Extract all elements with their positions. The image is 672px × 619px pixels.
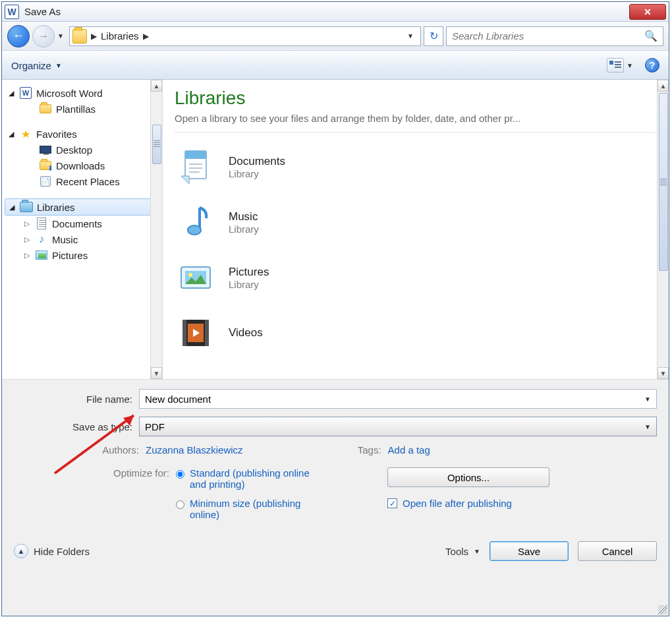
scroll-grip-icon — [154, 140, 160, 147]
folder-icon — [40, 104, 51, 113]
tree-item-music[interactable]: ▷ ♪ Music — [5, 231, 159, 247]
organize-label: Organize — [11, 60, 51, 71]
scroll-up-icon[interactable]: ▲ — [658, 80, 669, 92]
svg-rect-11 — [205, 320, 209, 346]
search-box[interactable]: 🔍 — [446, 26, 663, 46]
pictures-icon — [175, 256, 217, 299]
breadcrumb-location[interactable]: Libraries — [101, 30, 139, 42]
search-input[interactable] — [452, 30, 644, 42]
item-name: Videos — [229, 326, 263, 339]
main-heading: Libraries — [175, 88, 657, 109]
form-area: File name: New document ▼ Save as type: … — [2, 379, 669, 533]
titlebar: W Save As ✕ — [2, 2, 669, 22]
tree-label: Recent Places — [56, 176, 120, 187]
collapse-icon[interactable]: ◢ — [7, 89, 15, 98]
svg-point-8 — [188, 273, 192, 277]
chevron-up-icon: ▲ — [14, 544, 28, 558]
tree-item-downloads[interactable]: ⬇ Downloads — [5, 158, 159, 173]
options-button[interactable]: Options... — [387, 467, 549, 487]
main-scrollbar[interactable]: ▲ ▼ — [657, 80, 669, 379]
tags-value[interactable]: Add a tag — [388, 444, 430, 456]
collapse-icon[interactable]: ◢ — [7, 130, 15, 138]
view-mode-button[interactable]: ▼ — [607, 58, 633, 73]
save-button[interactable]: Save — [490, 541, 569, 561]
item-name: Documents — [229, 155, 285, 168]
resize-grip-icon[interactable] — [658, 605, 667, 614]
tree-item-desktop[interactable]: Desktop — [5, 142, 159, 158]
filename-value: New document — [145, 394, 211, 405]
tree-item-plantillas[interactable]: Plantillas — [5, 101, 159, 117]
save-type-dropdown[interactable]: PDF ▼ — [139, 417, 657, 436]
radio-label: Standard (publishing online and printing… — [190, 467, 322, 490]
nav-row: ← → ▼ ▶ Libraries ▶ ▼ ↻ 🔍 — [2, 22, 669, 51]
dropdown-icon[interactable]: ▼ — [644, 423, 651, 430]
sidebar-scrollbar[interactable]: ▲ ▼ — [150, 80, 162, 379]
library-item-music[interactable]: Music Library — [175, 194, 657, 250]
document-icon — [37, 218, 46, 229]
item-name: Music — [229, 210, 259, 223]
save-as-dialog: W Save As ✕ ← → ▼ ▶ Libraries ▶ ▼ ↻ 🔍 Or… — [1, 1, 669, 616]
scroll-down-icon[interactable]: ▼ — [658, 367, 669, 379]
search-icon[interactable]: 🔍 — [644, 30, 658, 42]
nav-tree: ◢ W Microsoft Word Plantillas ◢ ★ Favor — [2, 80, 163, 379]
main-subtitle: Open a library to see your files and arr… — [175, 113, 657, 124]
breadcrumb-dropdown-icon[interactable]: ▼ — [403, 32, 418, 40]
radio-minimum[interactable]: Minimum size (publishing online) — [176, 498, 322, 520]
folder-icon — [72, 29, 87, 44]
help-button[interactable]: ? — [645, 58, 659, 73]
tree-label: Downloads — [56, 160, 105, 171]
libraries-icon — [20, 202, 33, 212]
breadcrumb-separator-icon[interactable]: ▶ — [143, 32, 149, 41]
forward-button[interactable]: → — [32, 25, 55, 47]
tree-label: Documents — [52, 218, 102, 229]
svg-rect-10 — [182, 320, 186, 346]
tree-item-documents[interactable]: ▷ Documents — [5, 216, 159, 231]
checkbox-icon[interactable]: ✓ — [387, 498, 397, 508]
tree-item-pictures[interactable]: ▷ Pictures — [5, 247, 159, 263]
organize-menu[interactable]: Organize ▼ — [11, 60, 62, 71]
authors-value[interactable]: Zuzanna Blaszkiewicz — [146, 444, 243, 456]
type-label: Save as type: — [14, 421, 139, 432]
refresh-button[interactable]: ↻ — [424, 26, 443, 46]
tree-item-favorites[interactable]: ◢ ★ Favorites — [5, 126, 159, 142]
radio-label: Minimum size (publishing online) — [190, 498, 322, 520]
nav-history-dropdown[interactable]: ▼ — [57, 32, 67, 40]
authors-label: Authors: — [14, 444, 146, 456]
expand-icon[interactable]: ▷ — [23, 235, 31, 244]
svg-rect-1 — [185, 151, 206, 159]
toolbar: Organize ▼ ▼ ? — [2, 51, 669, 80]
star-icon: ★ — [19, 128, 32, 140]
tools-label: Tools — [445, 546, 468, 557]
cancel-button[interactable]: Cancel — [578, 541, 657, 561]
radio-standard[interactable]: Standard (publishing online and printing… — [176, 467, 322, 490]
expand-icon[interactable]: ▷ — [23, 251, 31, 260]
tree-label: Microsoft Word — [36, 88, 103, 99]
collapse-icon[interactable]: ◢ — [8, 203, 16, 212]
back-button[interactable]: ← — [7, 25, 30, 47]
picture-icon — [36, 251, 47, 260]
breadcrumb-bar[interactable]: ▶ Libraries ▶ ▼ — [69, 26, 421, 46]
radio-standard-input[interactable] — [176, 470, 184, 479]
music-icon: ♪ — [35, 233, 48, 245]
scroll-up-icon[interactable]: ▲ — [151, 80, 162, 92]
hide-folders-button[interactable]: ▲ Hide Folders — [14, 544, 90, 558]
tree-item-libraries[interactable]: ◢ Libraries — [5, 198, 159, 216]
filename-input[interactable]: New document ▼ — [139, 389, 657, 409]
library-item-pictures[interactable]: Pictures Library — [175, 250, 657, 305]
tools-menu[interactable]: Tools ▼ — [445, 546, 480, 557]
scroll-down-icon[interactable]: ▼ — [151, 367, 162, 379]
item-type: Library — [229, 279, 269, 290]
library-item-documents[interactable]: Documents Library — [175, 139, 657, 194]
expand-icon[interactable]: ▷ — [23, 220, 31, 228]
dropdown-icon[interactable]: ▼ — [644, 396, 651, 403]
item-type: Library — [229, 223, 259, 235]
dropdown-icon: ▼ — [55, 62, 62, 69]
library-item-videos[interactable]: Videos — [175, 305, 657, 361]
tree-item-word[interactable]: ◢ W Microsoft Word — [5, 85, 159, 101]
videos-icon — [175, 312, 217, 354]
open-after-checkbox[interactable]: ✓ Open file after publishing — [387, 498, 549, 509]
radio-minimum-input[interactable] — [176, 500, 184, 509]
main-pane: Libraries Open a library to see your fil… — [163, 80, 669, 379]
tree-item-recent[interactable]: 📄 Recent Places — [5, 173, 159, 189]
close-button[interactable]: ✕ — [629, 4, 666, 20]
